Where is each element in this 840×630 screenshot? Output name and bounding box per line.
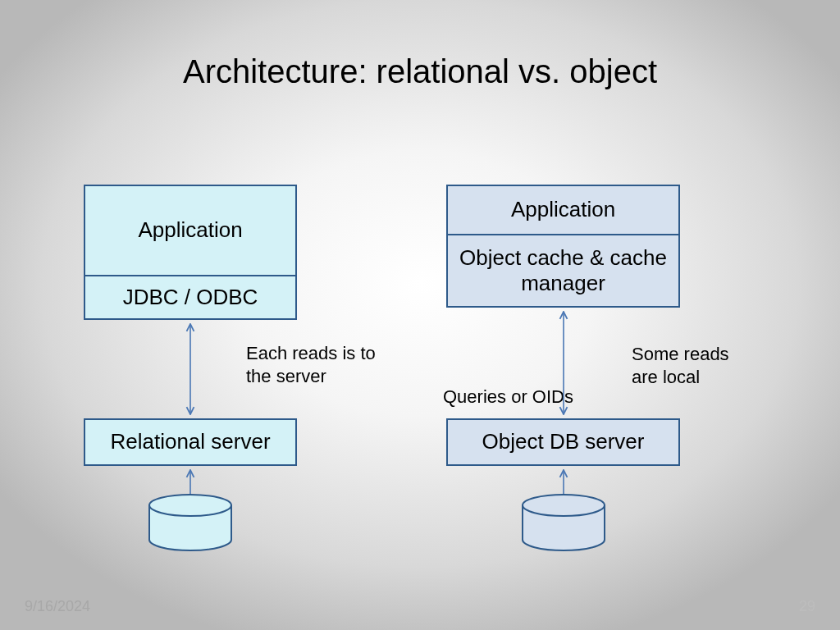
footer-page-number: 29	[799, 598, 815, 615]
slide: Architecture: relational vs. object Appl…	[0, 0, 840, 630]
left-application-box: Application	[84, 185, 297, 275]
svg-point-0	[149, 495, 231, 516]
right-cache-box: Object cache & cache manager	[446, 234, 680, 308]
footer-date: 9/16/2024	[25, 598, 90, 615]
left-server-box: Relational server	[84, 418, 297, 466]
slide-title: Architecture: relational vs. object	[0, 53, 840, 90]
left-database-icon	[149, 495, 231, 550]
right-application-box: Application	[446, 185, 680, 234]
right-database-icon	[523, 495, 605, 550]
right-server-box: Object DB server	[446, 418, 680, 466]
left-annotation: Each reads is to the server	[246, 342, 377, 387]
right-annotation-local: Some reads are local	[632, 343, 746, 388]
svg-point-1	[523, 495, 605, 516]
right-annotation-queries: Queries or OIDs	[443, 386, 591, 409]
left-driver-box: JDBC / ODBC	[84, 275, 297, 320]
